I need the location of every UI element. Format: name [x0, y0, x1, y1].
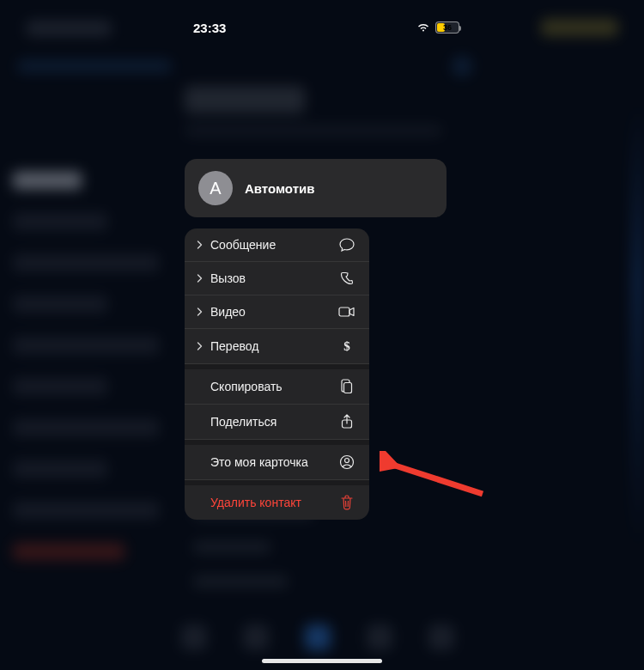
avatar: А: [198, 171, 233, 205]
menu-item-call[interactable]: Вызов: [185, 262, 369, 295]
menu-label: Вызов: [210, 271, 246, 285]
status-bar: 23:33 36: [159, 17, 477, 38]
menu-label: Удалить контакт: [210, 496, 301, 509]
menu-item-my-card[interactable]: Это моя карточка: [185, 445, 369, 480]
dollar-icon: $: [338, 338, 355, 354]
share-icon: [338, 414, 355, 429]
chevron-right-icon: [195, 342, 204, 350]
contact-card[interactable]: А Автомотив: [185, 159, 447, 217]
menu-label: Сообщение: [210, 238, 276, 252]
trash-icon: [338, 495, 355, 510]
menu-item-delete-contact[interactable]: Удалить контакт: [185, 485, 369, 520]
svg-text:$: $: [343, 339, 350, 353]
menu-label: Скопировать: [210, 380, 283, 393]
chevron-right-icon: [195, 274, 204, 283]
chevron-right-icon: [195, 308, 204, 316]
menu-item-video[interactable]: Видео: [185, 295, 369, 329]
svg-rect-0: [339, 308, 349, 316]
message-icon: [338, 238, 355, 252]
context-menu: Сообщение Вызов Видео: [185, 228, 369, 520]
copy-icon: [338, 379, 355, 394]
status-time: 23:33: [193, 21, 226, 35]
phone-icon: [338, 271, 355, 285]
contact-name: Автомотив: [245, 181, 314, 196]
menu-label: Перевод: [210, 339, 258, 353]
person-circle-icon: [338, 454, 355, 470]
svg-point-5: [345, 459, 349, 463]
battery-indicator: 36: [435, 21, 459, 34]
menu-item-copy[interactable]: Скопировать: [185, 369, 369, 405]
video-icon: [338, 306, 355, 318]
svg-rect-2: [344, 383, 352, 393]
menu-label: Видео: [210, 305, 246, 319]
menu-label: Поделиться: [210, 415, 276, 429]
menu-item-message[interactable]: Сообщение: [185, 228, 369, 262]
chevron-right-icon: [195, 241, 204, 249]
menu-item-share[interactable]: Поделиться: [185, 405, 369, 440]
avatar-initial: А: [210, 179, 221, 198]
menu-label: Это моя карточка: [210, 455, 308, 469]
home-indicator: [262, 659, 382, 663]
menu-item-transfer[interactable]: Перевод $: [185, 329, 369, 364]
wifi-icon: [416, 22, 430, 33]
